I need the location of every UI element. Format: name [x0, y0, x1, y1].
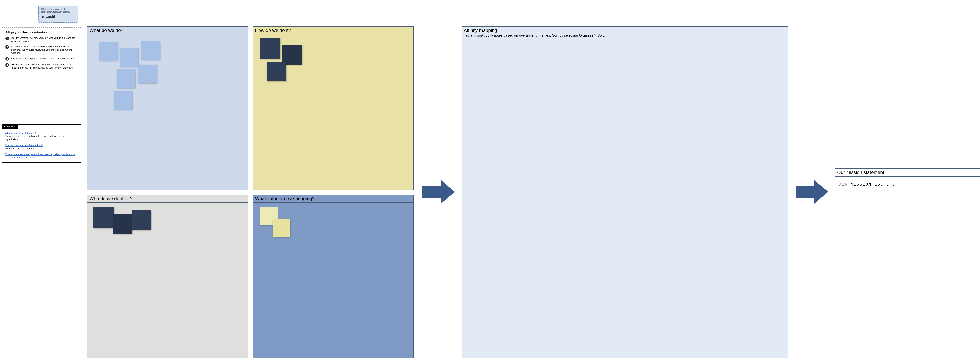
resource-desc: A mission statement combines the values … [5, 135, 78, 141]
panel-header: How do we do it? [253, 27, 414, 34]
panel-how-do-we-do-it[interactable]: How do we do it? [253, 27, 414, 190]
resource-item: Mission statements are powerful because … [5, 153, 78, 159]
step-number-icon: 3 [5, 57, 9, 61]
lucid-badge-tagline: This template was created in partnership… [41, 8, 76, 13]
sticky-note[interactable] [267, 62, 286, 81]
instruction-step: 2 Spend at least five minutes in each bo… [5, 45, 78, 55]
instruction-step: 1 Discuss what you do, how you do it, wh… [5, 36, 78, 43]
instructions-panel: Align your team's mission 1 Discuss what… [2, 27, 81, 73]
step-number-icon: 1 [5, 36, 9, 40]
step-text: Affinity map by tagging and sorting brai… [11, 57, 75, 61]
instruction-step: 4 Discuss as a team. What is resonating?… [5, 63, 78, 69]
step-number-icon: 4 [5, 63, 9, 67]
sticky-note[interactable] [120, 48, 138, 67]
resources-panel: Resources What is a mission statement? A… [2, 124, 81, 163]
panel-affinity-mapping[interactable]: Affinity mapping Tag and sort sticky not… [461, 27, 788, 358]
resource-desc: We help teams see and build the future. [5, 147, 78, 150]
mission-statement-body[interactable]: OUR MISSION IS. . . [835, 177, 980, 192]
resource-link[interactable]: What is a mission statement? [5, 132, 36, 135]
resource-item: Our mission statement here at Lucid We h… [5, 144, 78, 150]
lucid-brand-text: Lucid [46, 15, 55, 19]
panel-who-for[interactable]: Who do we do it for? [87, 195, 248, 358]
panel-header: What value are we bringing? [253, 195, 414, 203]
instructions-title: Align your team's mission [5, 30, 78, 35]
lucid-logo-icon [41, 15, 45, 19]
panel-header: Our mission statement [835, 168, 980, 177]
panel-mission-statement[interactable]: Our mission statement OUR MISSION IS. . … [835, 168, 980, 215]
sticky-note[interactable] [260, 38, 280, 59]
instruction-step: 3 Affinity map by tagging and sorting br… [5, 57, 78, 61]
panel-header: Affinity mapping [462, 27, 788, 33]
lucid-brand: Lucid [41, 15, 76, 19]
svg-marker-0 [422, 180, 455, 204]
resources-header: Resources [2, 124, 18, 129]
resource-item: What is a mission statement? A mission s… [5, 131, 78, 141]
panel-header: Who do we do it for? [88, 195, 248, 203]
step-text: Spend at least five minutes in each box.… [11, 45, 78, 55]
panel-header: What do we do? [88, 27, 248, 34]
arrow-right-icon [796, 179, 829, 204]
sticky-note[interactable] [113, 214, 132, 234]
sticky-note[interactable] [138, 65, 157, 83]
resource-link[interactable]: Mission statements are powerful because … [5, 153, 75, 159]
panel-subheader: Tag and sort sticky notes based on overa… [462, 33, 788, 39]
sticky-note[interactable] [93, 208, 114, 228]
sticky-note[interactable] [132, 211, 151, 230]
sticky-note[interactable] [117, 70, 135, 88]
svg-marker-1 [796, 180, 828, 204]
sticky-note[interactable] [99, 42, 118, 61]
sticky-note[interactable] [141, 41, 160, 60]
panel-value[interactable]: What value are we bringing? [253, 195, 414, 358]
lucid-partner-badge: This template was created in partnership… [38, 6, 78, 22]
panel-what-do-we-do[interactable]: What do we do? [87, 27, 248, 190]
sticky-note[interactable] [114, 91, 132, 109]
step-text: Discuss as a team. What is resonating? W… [11, 63, 78, 69]
step-number-icon: 2 [5, 45, 9, 49]
sticky-note[interactable] [273, 219, 290, 237]
step-text: Discuss what you do, how you do it, who … [11, 36, 78, 43]
arrow-right-icon [422, 179, 456, 204]
resource-link[interactable]: Our mission statement here at Lucid [5, 144, 43, 147]
